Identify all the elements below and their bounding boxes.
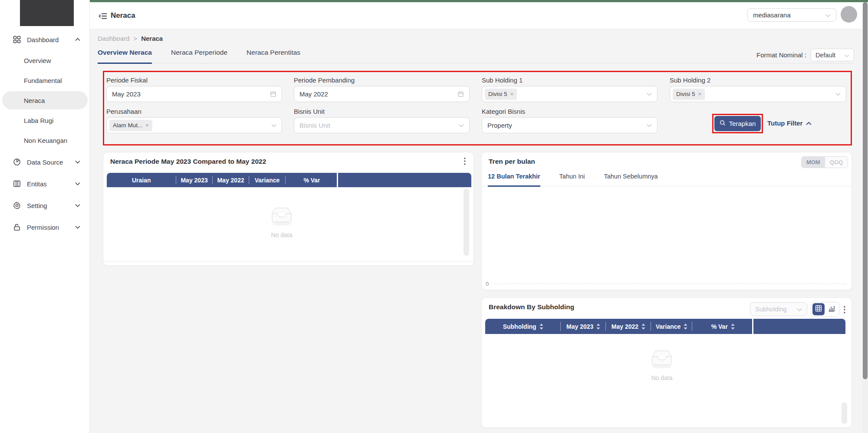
sidebar-item-label: Dashboard — [27, 36, 59, 43]
kebab-menu-icon[interactable]: ⋮ — [840, 305, 849, 314]
perusahaan-select[interactable]: Alam Mut... × — [106, 117, 282, 133]
x-icon[interactable]: × — [510, 91, 514, 97]
chevron-down-icon — [835, 93, 841, 96]
divider — [103, 261, 473, 261]
table-view-button[interactable] — [812, 303, 825, 315]
columns-icon — [13, 180, 21, 188]
sidebar-item-label: Permission — [27, 224, 59, 231]
sidebar-item-permission[interactable]: Permission — [0, 220, 90, 235]
app-logo — [20, 0, 74, 26]
column-header-may-2022[interactable]: May 2022 — [213, 173, 249, 187]
column-header-may-2022[interactable]: May 2022 — [606, 319, 651, 334]
sidebar-item-label: Non Keuangan — [24, 137, 67, 144]
column-header-may-2023[interactable]: May 2023 — [176, 173, 213, 187]
sidebar-item-data-source[interactable]: Data Source — [0, 155, 90, 169]
periode-fiskal-value: May 2023 — [112, 90, 141, 98]
sidebar-item-fundamental[interactable]: Fundamental — [24, 73, 85, 88]
qoq-toggle-button[interactable]: QOQ — [825, 157, 848, 168]
column-label: May 2023 — [566, 323, 593, 330]
neraca-card-title: Neraca Periode May 2023 Compared to May … — [110, 158, 266, 165]
breakdown-table-header: Subholding May 2023 May 2022 Variance % … — [485, 319, 845, 334]
no-data-label: No data — [271, 231, 292, 238]
tab-12-bulan-terakhir[interactable]: 12 Bulan Terakhir — [488, 172, 540, 186]
breakdown-card: Breakdown By Subholding Subholding — [481, 297, 852, 428]
tutup-filter-link[interactable]: Tutup Filter — [767, 119, 812, 127]
sidebar-item-dashboard[interactable]: Dashboard — [0, 32, 90, 47]
tenant-select[interactable]: mediasarana — [747, 8, 836, 22]
page-title: Neraca — [111, 11, 135, 20]
y-axis-zero-label: 0 — [486, 281, 489, 287]
zero-gridline — [495, 284, 846, 284]
kategori-bisnis-label: Kategori Bisnis — [482, 108, 525, 115]
sidebar-item-laba-rugi[interactable]: Laba Rugi — [24, 113, 85, 128]
selected-tag: Divisi 5 × — [485, 89, 517, 100]
sub-holding-2-select[interactable]: Divisi 5 × — [670, 86, 846, 102]
x-icon[interactable]: × — [145, 122, 149, 129]
bisnis-unit-placeholder: Bisnis Unit — [299, 122, 330, 129]
kebab-menu-icon[interactable]: ⋮ — [460, 157, 469, 165]
x-icon[interactable]: × — [698, 91, 702, 97]
chevron-down-icon — [271, 124, 276, 127]
table-scrollbar[interactable] — [842, 402, 847, 424]
bisnis-unit-select[interactable]: Bisnis Unit — [294, 117, 470, 133]
chevron-down-icon — [647, 93, 652, 96]
chevron-down-icon — [459, 124, 464, 127]
breadcrumb-current: Neraca — [141, 35, 163, 42]
selected-tag: Divisi 5 × — [673, 89, 705, 100]
menu-fold-icon[interactable] — [99, 12, 107, 22]
page-scrollbar[interactable] — [862, 2, 868, 433]
sidebar-item-non-keuangan[interactable]: Non Keuangan — [24, 133, 85, 148]
sort-icon — [641, 324, 645, 330]
breadcrumb-parent[interactable]: Dashboard — [98, 35, 129, 42]
tren-card: Tren per bulan MOM QOQ 12 Bulan Terakhir… — [481, 152, 852, 290]
tutup-filter-label: Tutup Filter — [767, 119, 802, 127]
table-scrollbar[interactable] — [464, 188, 469, 256]
chevron-down-icon — [825, 11, 831, 19]
pie-chart-icon — [13, 158, 21, 166]
sidebar-item-label: Setting — [27, 202, 47, 209]
mom-qoq-toggle: MOM QOQ — [801, 156, 848, 168]
sidebar-item-label: Neraca — [24, 97, 45, 104]
mom-toggle-button[interactable]: MOM — [802, 157, 825, 168]
subholding-select[interactable]: Subholding — [750, 302, 807, 316]
avatar[interactable] — [841, 6, 857, 23]
chart-view-button[interactable] — [825, 303, 838, 315]
periode-fiskal-label: Periode Fiskal — [106, 76, 148, 84]
terapkan-button[interactable]: Terapkan — [714, 116, 761, 131]
column-header-variance[interactable]: Variance — [249, 173, 286, 187]
column-header-subholding[interactable]: Subholding — [485, 319, 561, 334]
format-nominal-select[interactable]: Default — [811, 49, 854, 61]
sub-holding-1-label: Sub Holding 1 — [482, 76, 523, 84]
column-label: May 2022 — [612, 323, 638, 330]
scrollbar-thumb[interactable] — [863, 2, 868, 379]
kategori-bisnis-select[interactable]: Property — [482, 117, 658, 133]
sub-holding-1-select[interactable]: Divisi 5 × — [482, 86, 658, 102]
column-header-uraian[interactable]: Uraian — [107, 173, 176, 187]
column-label: Variance — [656, 323, 681, 330]
tab-tahun-ini[interactable]: Tahun Ini — [559, 172, 585, 186]
column-header-pct-var[interactable]: % Var — [692, 319, 753, 334]
tab-neraca-perentitas[interactable]: Neraca Perentitas — [247, 49, 300, 63]
chevron-down-icon — [75, 182, 80, 185]
tag-label: Alam Mut... — [113, 122, 142, 129]
tab-overview-neraca[interactable]: Overview Neraca — [98, 49, 152, 63]
periode-pembanding-input[interactable]: May 2022 — [294, 86, 470, 102]
sort-icon — [684, 324, 687, 330]
sidebar-item-neraca[interactable]: Neraca — [24, 93, 85, 108]
bisnis-unit-label: Bisnis Unit — [294, 108, 325, 115]
tab-neraca-perperiode[interactable]: Neraca Perperiode — [171, 49, 227, 63]
sidebar-item-overview[interactable]: Overview — [24, 53, 85, 68]
column-header-pct-var[interactable]: % Var — [286, 173, 339, 187]
bar-chart-icon — [828, 305, 835, 314]
column-header-variance[interactable]: Variance — [651, 319, 692, 334]
column-header-may-2023[interactable]: May 2023 — [561, 319, 606, 334]
sidebar-item-setting[interactable]: Setting — [0, 198, 90, 213]
tab-tahun-sebelumnya[interactable]: Tahun Sebelumnya — [604, 172, 658, 186]
periode-fiskal-input[interactable]: May 2023 — [106, 86, 282, 102]
sidebar-item-entitas[interactable]: Entitas — [0, 176, 90, 191]
app-screen: Dashboard Overview Fundamental Neraca La… — [0, 0, 868, 433]
lock-icon — [13, 223, 21, 231]
breakdown-empty-state: No data — [649, 349, 674, 381]
periode-pembanding-value: May 2022 — [299, 90, 328, 98]
kategori-bisnis-value: Property — [487, 122, 512, 129]
